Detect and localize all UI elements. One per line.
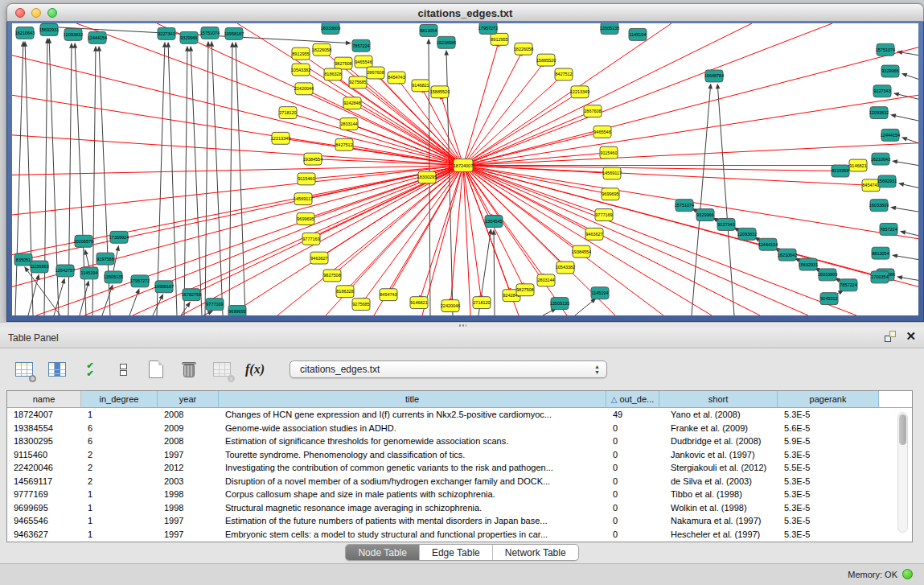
table-cell[interactable]: Changes of HCN gene expression and I(f) … <box>219 410 606 419</box>
table-cell[interactable]: Franke et al. (2009) <box>659 423 778 433</box>
table-mode-icon[interactable] <box>13 358 35 381</box>
table-cell[interactable]: 9115460 <box>7 450 81 459</box>
table-cell[interactable]: 1 <box>81 410 158 419</box>
table-cell[interactable]: 6 <box>81 436 158 446</box>
function-builder-icon[interactable]: f(x) <box>244 358 266 381</box>
table-cell[interactable]: 0 <box>606 529 659 539</box>
table-row[interactable]: 1872400712008Changes of HCN gene express… <box>7 408 879 422</box>
tab-network-table[interactable]: Network Table <box>493 545 578 560</box>
column-header-year[interactable]: year <box>158 391 219 407</box>
table-cell[interactable]: 0 <box>606 463 659 472</box>
memory-indicator-icon[interactable] <box>902 569 913 579</box>
table-row[interactable]: 969969511998Structural magnetic resonanc… <box>7 501 879 515</box>
table-row[interactable]: 911546021997Tourette syndrome. Phenomeno… <box>7 448 879 462</box>
scrollbar-thumb[interactable] <box>899 414 906 445</box>
table-cell[interactable]: 5.3E-5 <box>778 503 879 513</box>
table-cell[interactable]: 1 <box>81 503 158 513</box>
table-cell[interactable]: 2012 <box>158 463 219 472</box>
network-graph-svg[interactable]: 8912955182260589827508818632810543382946… <box>12 23 918 315</box>
table-cell[interactable]: Stergiakouli et al. (2012) <box>659 463 778 472</box>
table-cell[interactable]: 2003 <box>158 476 219 486</box>
table-cell[interactable]: 1 <box>81 489 158 499</box>
table-cell[interactable]: 5.3E-5 <box>778 476 879 486</box>
table-cell[interactable]: 1997 <box>158 529 219 539</box>
table-cell[interactable]: 5.6E-5 <box>778 423 879 433</box>
table-cell[interactable]: Wolkin et al. (1998) <box>659 503 778 513</box>
table-row[interactable]: 977716911998Corpus callosum shape and si… <box>7 488 879 501</box>
table-cell[interactable]: 5.3E-5 <box>778 410 879 419</box>
table-cell[interactable]: 9465546 <box>7 516 81 525</box>
table-cell[interactable]: 0 <box>606 489 659 499</box>
table-cell[interactable]: Tourette syndrome. Phenomenology and cla… <box>219 450 606 459</box>
table-cell[interactable]: 18724007 <box>7 410 81 419</box>
table-row[interactable]: 1938455462009Genome-wide association stu… <box>7 422 879 435</box>
table-cell[interactable]: 5.9E-5 <box>778 436 879 446</box>
table-cell[interactable]: 0 <box>606 436 659 446</box>
table-cell[interactable]: 0 <box>606 503 659 513</box>
table-cell[interactable]: Tibbo et al. (1998) <box>659 489 778 499</box>
float-panel-icon[interactable] <box>885 331 896 342</box>
table-cell[interactable]: 9699695 <box>7 503 81 513</box>
table-cell[interactable]: 1998 <box>158 489 219 499</box>
panel-splitter[interactable] <box>0 322 924 328</box>
table-cell[interactable]: Jankovic et al. (1997) <box>659 450 778 459</box>
table-row[interactable]: 946554611997Estimation of the future num… <box>7 514 879 528</box>
table-cell[interactable]: Disruption of a novel member of a sodium… <box>219 476 606 486</box>
show-column-icon[interactable] <box>46 358 68 381</box>
table-cell[interactable]: Embryonic stem cells: a model to study s… <box>219 529 606 539</box>
select-columns-icon[interactable]: ✔✔ <box>79 358 101 381</box>
table-row[interactable]: 1456911722003Disruption of a novel membe… <box>7 475 879 488</box>
table-cell[interactable]: 18300295 <box>7 436 81 446</box>
table-cell[interactable]: 0 <box>606 516 659 525</box>
table-cell[interactable]: 1 <box>81 516 158 525</box>
table-cell[interactable]: 0 <box>606 476 659 486</box>
column-header-name[interactable]: name <box>7 391 81 407</box>
table-selector-dropdown[interactable]: citations_edges.txt ▲▼ <box>290 360 607 378</box>
delete-icon[interactable] <box>178 358 200 381</box>
table-cell[interactable]: 2 <box>81 463 158 472</box>
table-cell[interactable]: 0 <box>606 450 659 459</box>
column-header-pagerank[interactable]: pagerank <box>778 391 879 407</box>
column-header-out_de[interactable]: △out_de... <box>606 391 659 407</box>
column-header-short[interactable]: short <box>659 391 778 407</box>
table-cell[interactable]: 1997 <box>158 450 219 459</box>
column-header-in_degree[interactable]: in_degree <box>81 391 158 407</box>
table-cell[interactable]: 5.5E-5 <box>778 463 879 472</box>
table-cell[interactable]: 2009 <box>158 423 219 433</box>
table-cell[interactable]: 5.3E-5 <box>778 450 879 459</box>
table-cell[interactable]: 9777169 <box>7 489 81 499</box>
table-cell[interactable]: 6 <box>81 423 158 433</box>
table-cell[interactable]: 5.3E-5 <box>778 516 879 525</box>
table-cell[interactable]: 1997 <box>158 516 219 525</box>
table-cell[interactable]: Genome-wide association studies in ADHD. <box>219 423 606 433</box>
tab-edge-table[interactable]: Edge Table <box>420 545 493 560</box>
table-cell[interactable]: Yano et al. (2008) <box>659 410 778 419</box>
tab-node-table[interactable]: Node Table <box>346 545 420 560</box>
window-titlebar[interactable]: citations_edges.txt <box>6 3 924 22</box>
column-header-title[interactable]: title <box>219 391 606 407</box>
table-cell[interactable]: 1 <box>81 529 158 539</box>
table-cell[interactable]: Corpus callosum shape and size in male p… <box>219 489 606 499</box>
row-height-icon[interactable] <box>112 358 134 381</box>
table-cell[interactable]: Investigating the contribution of common… <box>219 463 606 472</box>
table-vertical-scrollbar[interactable] <box>897 412 908 533</box>
table-cell[interactable]: Hescheler et al. (1997) <box>659 529 778 539</box>
table-cell[interactable]: 2008 <box>158 436 219 446</box>
table-row[interactable]: 946362711997Embryonic stem cells: a mode… <box>7 528 879 542</box>
table-cell[interactable]: 49 <box>606 410 659 419</box>
table-cell[interactable]: 22420046 <box>7 463 81 472</box>
table-cell[interactable]: 5.3E-5 <box>778 529 879 539</box>
table-cell[interactable]: 2 <box>81 476 158 486</box>
table-cell[interactable]: 2 <box>81 450 158 459</box>
table-row[interactable]: 1830029562008Estimation of significance … <box>7 435 879 448</box>
table-cell[interactable]: 9463627 <box>7 529 81 539</box>
table-cell[interactable]: Dudbridge et al. (2008) <box>659 436 778 446</box>
table-cell[interactable]: Estimation of significance thresholds fo… <box>219 436 606 446</box>
table-cell[interactable]: 5.3E-5 <box>778 489 879 499</box>
table-cell[interactable]: 1998 <box>158 503 219 513</box>
table-cell[interactable]: 19384554 <box>7 423 81 433</box>
table-row[interactable]: 2242004622012Investigating the contribut… <box>7 461 879 475</box>
table-cell[interactable]: Nakamura et al. (1997) <box>659 516 778 525</box>
table-cell[interactable]: Estimation of the future numbers of pati… <box>219 516 606 525</box>
table-cell[interactable]: 14569117 <box>7 476 81 486</box>
